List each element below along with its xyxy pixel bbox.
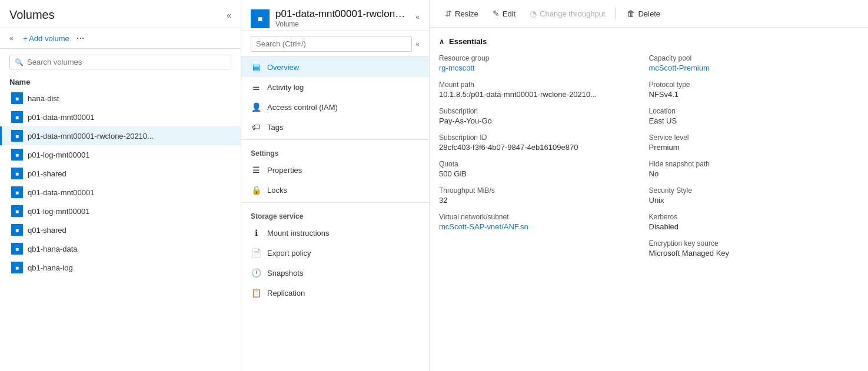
nav-item-replication[interactable]: 📋 Replication (241, 283, 429, 303)
left-panel-title: Volumes (9, 8, 55, 22)
volume-item[interactable]: ■ hana-dist (0, 89, 241, 108)
essentials-label: Virtual network/subnet (439, 213, 649, 221)
mid-search-input[interactable] (251, 36, 412, 52)
essentials-value: NFSv4.1 (649, 90, 859, 99)
nav-label-locks: Locks (267, 186, 287, 195)
volume-name: p01-data-mnt00001 (28, 113, 94, 122)
essentials-header: ∧ Essentials (439, 37, 859, 46)
nav-label-properties: Properties (267, 166, 302, 175)
volume-item[interactable]: ■ q01-log-mnt00001 (0, 202, 241, 220)
right-content: ∧ Essentials Resource group rg-mcscott M… (430, 28, 868, 371)
volume-item[interactable]: ■ p01-data-mnt00001 (0, 108, 241, 126)
nav-divider (241, 139, 429, 140)
essentials-label: Service level (649, 133, 859, 142)
essentials-left-col: Resource group rg-mcscott Mount path 10.… (439, 54, 649, 266)
volume-item[interactable]: ■ q01-shared (0, 220, 241, 239)
essentials-collapse-icon[interactable]: ∧ (439, 38, 444, 46)
delete-icon: 🗑 (627, 9, 635, 18)
essentials-label: Encryption key source (649, 239, 859, 248)
resize-icon: ⇵ (445, 9, 452, 18)
change-throughput-button[interactable]: ◔ Change throughput (524, 6, 611, 21)
volume-list-header: Name (0, 75, 241, 89)
right-panel: ⇵ Resize ✎ Edit ◔ Change throughput 🗑 De… (430, 0, 868, 371)
essentials-value-link[interactable]: mcScott-SAP-vnet/ANF.sn (439, 222, 528, 231)
volume-item-selected[interactable]: ■ p01-data-mnt00001-rwclone-20210... (0, 126, 241, 145)
volume-item[interactable]: ■ p01-shared (0, 164, 241, 183)
bars-icon: ☰ (251, 165, 261, 175)
essentials-label: Throughput MiB/s (439, 186, 649, 195)
add-volume-button[interactable]: + Add volume (23, 34, 69, 43)
nav-label-activity-log: Activity log (267, 83, 304, 92)
delete-label: Delete (638, 9, 660, 18)
right-toolbar: ⇵ Resize ✎ Edit ◔ Change throughput 🗑 De… (430, 0, 868, 28)
nav-item-snapshots[interactable]: 🕐 Snapshots (241, 263, 429, 283)
volume-list: ■ hana-dist ■ p01-data-mnt00001 ■ p01-da… (0, 89, 241, 371)
grid-icon: ▤ (251, 62, 261, 72)
delete-button[interactable]: 🗑 Delete (621, 6, 666, 21)
volume-name: q01-data-mnt00001 (28, 188, 94, 197)
resize-label: Resize (455, 9, 478, 18)
nav-item-mount-instructions[interactable]: ℹ Mount instructions (241, 223, 429, 243)
volume-icon: ■ (11, 205, 23, 217)
nav-item-export-policy[interactable]: 📄 Export policy (241, 243, 429, 263)
tag-icon: 🏷 (251, 122, 261, 132)
essentials-item: Security Style Unix (649, 186, 859, 205)
edit-label: Edit (503, 9, 516, 18)
volume-icon: ■ (11, 130, 23, 142)
essentials-value: Microsoft Managed Key (649, 249, 859, 258)
left-panel-collapse[interactable]: « (227, 11, 231, 20)
throughput-icon: ◔ (530, 9, 537, 18)
essentials-item: Virtual network/subnet mcScott-SAP-vnet/… (439, 213, 649, 231)
volume-item[interactable]: ■ qb1-hana-log (0, 258, 241, 277)
volume-name: q01-log-mnt00001 (28, 207, 90, 216)
volume-name: p01-log-mnt00001 (28, 151, 90, 159)
essentials-item: Quota 500 GiB (439, 160, 649, 178)
essentials-right-col: Capacity pool mcScott-Premium Protocol t… (649, 54, 859, 266)
info-icon: ℹ (251, 228, 261, 238)
nav-item-properties[interactable]: ☰ Properties (241, 160, 429, 180)
mid-collapse-chevron[interactable]: « (415, 13, 420, 21)
search-volumes-input[interactable] (27, 58, 226, 66)
resource-title: p01-data-mnt00001-rwclone-20210312-1056 … (275, 8, 410, 20)
essentials-label: Mount path (439, 81, 649, 89)
resize-button[interactable]: ⇵ Resize (439, 6, 484, 21)
left-toolbar: « + Add volume ··· (0, 28, 241, 49)
essentials-item: Subscription Pay-As-You-Go (439, 107, 649, 125)
essentials-item: Capacity pool mcScott-Premium (649, 54, 859, 72)
volume-name: p01-shared (28, 169, 66, 178)
nav-item-tags[interactable]: 🏷 Tags (241, 117, 429, 137)
search-volumes-box: 🔍 (9, 55, 231, 69)
essentials-value-link[interactable]: rg-mcscott (439, 63, 475, 72)
nav-label-export-policy: Export policy (267, 249, 311, 258)
left-back-chevron[interactable]: « (9, 34, 14, 42)
nav-item-overview[interactable]: ▤ Overview (241, 57, 429, 77)
essentials-value-link[interactable]: mcScott-Premium (649, 63, 710, 72)
essentials-item: Resource group rg-mcscott (439, 54, 649, 72)
mid-search-chevron[interactable]: « (415, 40, 420, 48)
nav-item-activity-log[interactable]: ⚌ Activity log (241, 77, 429, 97)
settings-section-label: Settings (241, 142, 429, 160)
copy-icon: 📋 (251, 288, 261, 298)
clock-icon: 🕐 (251, 268, 261, 278)
nav-label-overview: Overview (267, 63, 299, 72)
essentials-label: Quota (439, 160, 649, 168)
mid-panel: ■ p01-data-mnt00001-rwclone-20210312-105… (241, 0, 430, 371)
essentials-item: Hide snapshot path No (649, 160, 859, 178)
change-throughput-label: Change throughput (540, 9, 605, 18)
list-icon: ⚌ (251, 82, 261, 92)
nav-label-snapshots: Snapshots (267, 269, 303, 278)
volume-item[interactable]: ■ q01-data-mnt00001 (0, 183, 241, 202)
left-panel: Volumes « « + Add volume ··· 🔍 Name ■ ha… (0, 0, 241, 371)
essentials-value: 500 GiB (439, 169, 649, 178)
more-options-button[interactable]: ··· (77, 33, 84, 44)
volume-item[interactable]: ■ qb1-hana-data (0, 239, 241, 258)
volume-name: hana-dist (28, 94, 59, 103)
essentials-value: 10.1.8.5:/p01-data-mnt00001-rwclone-2021… (439, 90, 649, 99)
volume-icon: ■ (11, 243, 23, 255)
volume-item[interactable]: ■ p01-log-mnt00001 (0, 145, 241, 164)
edit-button[interactable]: ✎ Edit (487, 6, 521, 21)
volume-icon: ■ (11, 224, 23, 236)
nav-item-access-control[interactable]: 👤 Access control (IAM) (241, 97, 429, 117)
search-icon: 🔍 (15, 58, 24, 66)
nav-item-locks[interactable]: 🔒 Locks (241, 180, 429, 200)
